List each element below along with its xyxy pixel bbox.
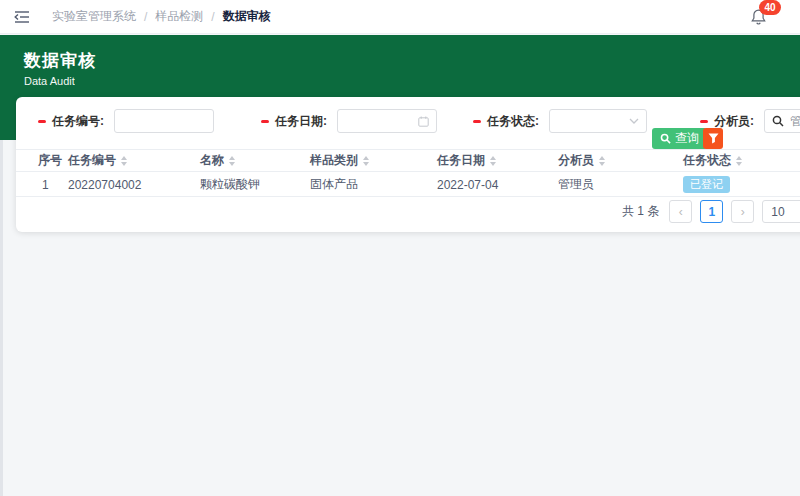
column-header-date[interactable]: 任务日期 <box>437 150 496 171</box>
filter-task-number: 任务编号: <box>38 109 214 133</box>
required-marker <box>473 120 481 123</box>
cell-name: 颗粒碳酸钾 <box>200 173 260 196</box>
pagination: 共 1 条 ‹ 1 › 10 <box>622 200 800 223</box>
page-subtitle: Data Audit <box>24 75 776 87</box>
calendar-icon <box>418 116 429 127</box>
content-card: 任务编号: 任务日期: 任务状态: <box>16 97 800 232</box>
required-marker <box>700 120 708 123</box>
breadcrumb: 实验室管理系统 / 样品检测 / 数据审核 <box>52 8 271 25</box>
page-title: 数据审核 <box>24 49 776 72</box>
task-status-select[interactable] <box>549 109 647 133</box>
task-status-label: 任务状态: <box>487 113 539 130</box>
task-status-value <box>557 114 625 128</box>
filter-button[interactable] <box>703 128 723 149</box>
breadcrumb-item-sample-testing[interactable]: 样品检测 <box>155 8 203 25</box>
search-icon <box>660 133 671 144</box>
cell-task-no: 20220704002 <box>68 173 141 196</box>
column-header-category[interactable]: 样品类别 <box>310 150 369 171</box>
chevron-left-icon: ‹ <box>679 205 683 219</box>
sort-icon[interactable] <box>229 156 235 166</box>
column-header-index: 序号 <box>38 150 62 171</box>
cell-date: 2022-07-04 <box>437 173 498 196</box>
column-header-status[interactable]: 任务状态 <box>683 150 742 171</box>
cell-category: 固体产品 <box>310 173 358 196</box>
task-date-label: 任务日期: <box>275 113 327 130</box>
breadcrumb-separator: / <box>144 10 147 24</box>
required-marker <box>261 120 269 123</box>
filter-task-date: 任务日期: <box>261 109 437 133</box>
cell-index: 1 <box>42 173 49 196</box>
task-number-input[interactable] <box>122 114 206 128</box>
vertical-scrollbar[interactable] <box>0 140 3 496</box>
task-date-field[interactable] <box>337 109 437 133</box>
chevron-right-icon: › <box>741 205 745 219</box>
topbar: 实验室管理系统 / 样品检测 / 数据审核 40 <box>0 0 800 34</box>
chevron-down-icon <box>629 118 639 124</box>
filter-task-status: 任务状态: <box>473 109 647 133</box>
funnel-icon <box>708 133 719 144</box>
column-header-analyst[interactable]: 分析员 <box>558 150 605 171</box>
required-marker <box>38 120 46 123</box>
breadcrumb-item-system[interactable]: 实验室管理系统 <box>52 8 136 25</box>
pagination-total: 共 1 条 <box>622 203 659 220</box>
page-size-select[interactable]: 10 <box>762 200 800 223</box>
column-header-name[interactable]: 名称 <box>200 150 235 171</box>
analyst-input[interactable] <box>790 114 800 128</box>
search-button[interactable]: 查询 <box>652 128 707 149</box>
breadcrumb-item-current: 数据审核 <box>223 8 271 25</box>
sort-icon[interactable] <box>363 156 369 166</box>
task-date-input[interactable] <box>345 114 414 128</box>
breadcrumb-separator: / <box>211 10 214 24</box>
task-number-label: 任务编号: <box>52 113 104 130</box>
search-button-label: 查询 <box>675 130 699 147</box>
notification-bell-button[interactable]: 40 <box>750 8 768 26</box>
sort-icon[interactable] <box>736 156 742 166</box>
prev-page-button[interactable]: ‹ <box>669 200 692 223</box>
page-1-button[interactable]: 1 <box>700 200 723 223</box>
sort-icon[interactable] <box>121 156 127 166</box>
notification-badge: 40 <box>759 0 781 15</box>
analyst-label: 分析员: <box>714 113 754 130</box>
table-row[interactable]: 1 20220704002 颗粒碳酸钾 固体产品 2022-07-04 管理员 … <box>16 173 800 197</box>
cell-analyst: 管理员 <box>558 173 594 196</box>
search-icon <box>772 115 784 127</box>
analyst-field <box>764 109 800 133</box>
table-header: 序号 任务编号 名称 样品类别 任务日期 分析员 任务状态 <box>16 149 800 172</box>
cell-status: 已登记 <box>683 173 730 196</box>
task-number-field <box>114 109 214 133</box>
status-badge: 已登记 <box>683 176 730 193</box>
column-header-task-no[interactable]: 任务编号 <box>68 150 127 171</box>
sort-icon[interactable] <box>490 156 496 166</box>
menu-fold-icon[interactable] <box>14 10 30 24</box>
sort-icon[interactable] <box>599 156 605 166</box>
next-page-button[interactable]: › <box>731 200 754 223</box>
